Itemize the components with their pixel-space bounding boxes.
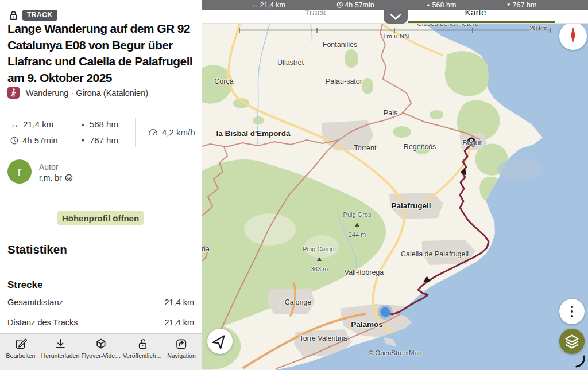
overlay-descent: ▼767 hm [506,0,537,10]
more-options-button[interactable] [559,299,585,324]
osm-attribution-link[interactable]: © OpenStreetMap [369,349,422,356]
stat-ascent: ▲ 568 hm [80,119,118,129]
row-value: 21,4 km [164,298,194,307]
compass-button[interactable] [559,22,587,50]
locate-arrow-icon [207,329,233,354]
sea-shallow [497,159,543,180]
distance-arrows-icon: ↔ [251,1,258,9]
map-label-town: Pals [384,109,397,117]
activity-row: Wanderung · Girona (Katalonien) [7,87,148,99]
divider [135,118,136,147]
map-label-town: Ullastret [277,59,304,67]
map-label-town: Torrent [354,144,377,152]
lock-icon [9,10,18,20]
hiking-icon [7,87,20,99]
flyover-video-button[interactable]: Flyover-Vide… [81,337,121,359]
kebab-menu-icon [559,299,585,324]
clock-icon [10,137,18,145]
map-label-peak: Puig Gros [343,211,372,218]
stats-summary-block: ↔ 21,4 km 4h 57min ▲ 568 hm ▼ 767 hm 4, [0,114,202,151]
overlay-duration: 4h 57min [336,0,374,10]
ascent-icon: ▲ [426,2,431,7]
author-badge-icon [65,174,73,182]
map-label-elevation: 363 m [311,266,328,272]
position-dot [381,307,390,317]
speedometer-icon [148,128,158,136]
descent-icon: ▼ [80,138,86,143]
page-title: Lange Wanderung auf dem GR 92 Catalunya … [7,21,203,86]
author-label: Autor [39,162,58,172]
publish-button[interactable]: Veröffentlich… [123,337,162,359]
statistics-heading: Statistiken [7,243,67,256]
track-detail-screen: S Closes de la Pletera Fontanilles Ullas… [0,0,588,370]
stat-descent: ▼ 767 hm [80,135,118,145]
map-label-town: Palafrugell [391,201,431,210]
track-detail-sidebar: TRACK Lange Wanderung auf dem GR 92 Cata… [0,0,202,370]
map-label-town: Calonge [285,298,312,306]
map-label-town: Vall-llobrega [345,268,384,276]
cube-icon [95,337,108,350]
map-label-town: Palau-sator [326,77,362,85]
navigation-button[interactable]: Navigation [167,337,196,359]
track-type-badge: TRACK [22,10,57,21]
row-value: 21,4 km [164,318,194,327]
map-label-town: Begur [462,139,481,147]
locate-me-button[interactable] [207,329,233,354]
navigation-icon [175,337,188,350]
map-label-town: la Bisbal d'Empordà [216,129,290,138]
map-label-town: Torre Valentina [299,334,347,342]
map-label-town: Regencós [404,143,436,151]
overlay-ascent: ▲568 hm [426,0,457,10]
active-tab-underline [408,21,555,23]
elevation-readout: 3 m ü.NN [381,33,409,40]
map-label-fragment: na [202,245,210,253]
scale-distance-label: 20 km [529,25,547,32]
map-label-peak: Puig Cargol [303,246,335,252]
ascent-icon: ▲ [80,122,86,127]
divider [68,118,68,147]
badge-row: TRACK [9,10,57,21]
map-canvas[interactable]: S [202,0,588,370]
stat-distance: ↔ 21,4 km [10,119,53,129]
layers-icon [563,333,581,350]
unlock-icon [136,337,149,350]
avatar[interactable]: r [7,159,32,184]
download-icon [53,337,67,350]
edit-icon [14,337,27,350]
section-strecke-heading: Strecke [7,279,42,291]
track-stats-overlay: ↔21,4 km 4h 57min ▲568 hm ▼767 hm [202,0,588,10]
map-label-elevation: 244 m [349,231,366,238]
forest-clearing [244,213,296,246]
stat-duration: 4h 57min [10,135,58,145]
clock-icon [336,2,343,8]
bottom-toolbar: Bearbeiten Herunterladen Flyover-Vide… [0,333,202,370]
compass-needle-icon [559,22,587,50]
edit-button[interactable]: Bearbeiten [6,337,36,359]
overlay-distance: ↔21,4 km [251,0,285,10]
collapse-stats-button[interactable] [384,10,408,24]
map-label-town: Corçà [214,77,233,85]
descent-icon: ▼ [506,2,511,7]
row-label: Distanz des Tracks [7,318,78,327]
author-name[interactable]: r.m. br [39,173,73,182]
map-label-town: Fontanilles [323,41,357,49]
map-label-town: Calella de Palafrugell [401,250,469,258]
map-panel[interactable]: S Closes de la Pletera Fontanilles Ullas… [202,0,588,370]
stat-speed: 4,2 km/h [148,127,195,137]
map-label-town: Palamós [351,320,383,329]
distance-arrows-icon: ↔ [10,119,19,129]
map-layers-button[interactable] [559,329,585,354]
row-label: Gesamtdistanz [7,298,63,307]
open-elevation-profile-button[interactable]: Höhenprofil öffnen [57,211,144,225]
download-button[interactable]: Herunterladen [41,337,80,359]
chevron-down-icon [390,14,401,20]
activity-location-text: Wanderung · Girona (Katalonien) [26,88,148,98]
